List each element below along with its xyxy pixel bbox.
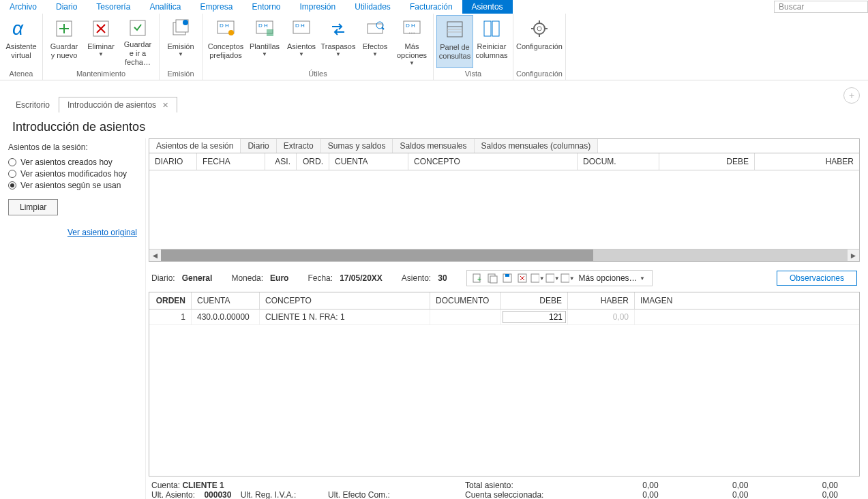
scroll-left-icon[interactable]: ◄ (149, 251, 161, 260)
guardar-fecha-button[interactable]: Guardar e ir a fecha… (119, 15, 156, 68)
col-diario[interactable]: DIARIO (149, 153, 197, 170)
footer-cuenta-lbl: Cuenta: (151, 481, 180, 490)
tb-dd1-icon[interactable]: ▼ (530, 271, 545, 285)
view-tab-sesion[interactable]: Asientos de la sesión (149, 139, 241, 153)
menu-empresa[interactable]: Empresa (190, 0, 242, 14)
asientos-button[interactable]: D H Asientos ▼ (283, 15, 320, 68)
menu-diario[interactable]: Diario (46, 0, 87, 14)
cell-haber[interactable]: 0,00 (568, 309, 635, 324)
col-asi[interactable]: ASI. (265, 153, 297, 170)
menu-utilidades[interactable]: Utilidades (345, 0, 400, 14)
cell-concepto[interactable]: CLIENTE 1 N. FRA: 1 (260, 309, 430, 324)
col-documento[interactable]: DOCUMENTO (430, 292, 501, 309)
conceptos-button[interactable]: D H Conceptos prefijados (205, 15, 246, 68)
scroll-track[interactable] (161, 250, 848, 261)
col-docum[interactable]: DOCUM. (578, 153, 659, 170)
view-tab-saldos[interactable]: Saldos mensuales (393, 139, 474, 153)
col-haber2[interactable]: HABER (568, 292, 635, 309)
tb-mas-opciones[interactable]: Más opciones… ▼ (575, 271, 649, 285)
group-label-vista: Vista (436, 69, 510, 78)
col-imagen[interactable]: IMAGEN (635, 292, 859, 309)
scroll-right-icon[interactable]: ► (848, 251, 859, 260)
plantillas-button[interactable]: D H Plantillas ▼ (246, 15, 283, 68)
val-fecha: 17/05/20XX (340, 273, 383, 283)
configuracion-button[interactable]: Configuración (519, 15, 560, 68)
view-tab-diario[interactable]: Diario (241, 139, 276, 153)
tb-save-icon[interactable] (500, 271, 515, 285)
col-cuenta2[interactable]: CUENTA (192, 292, 260, 309)
chevron-down-icon: ▼ (299, 51, 304, 57)
ver-asiento-original-link[interactable]: Ver asiento original (8, 228, 137, 237)
asistente-virtual-button[interactable]: α Asistente virtual (3, 15, 40, 68)
svg-rect-42 (505, 274, 509, 277)
radio-creados-hoy[interactable]: Ver asientos creados hoy (8, 157, 137, 167)
view-tab-extracto[interactable]: Extracto (277, 139, 321, 153)
mas-opciones-button[interactable]: D H… Más opciones ▼ (393, 15, 430, 68)
search-input[interactable]: Buscar (774, 1, 868, 13)
view-tab-sumas[interactable]: Sumas y saldos (321, 139, 393, 153)
tb-delete-icon[interactable] (515, 271, 530, 285)
view-tab-saldos-col[interactable]: Saldos mensuales (columnas) (475, 139, 599, 153)
limpiar-button[interactable]: Limpiar (8, 199, 58, 215)
panel-consultas-button[interactable]: Panel de consultas (436, 15, 473, 68)
tb-copy-icon[interactable] (485, 271, 500, 285)
efectos-button[interactable]: Efectos ▼ (357, 15, 393, 68)
cell-imagen[interactable] (635, 309, 859, 324)
chevron-down-icon: ▼ (372, 51, 378, 57)
debe-input[interactable] (503, 311, 566, 323)
footer-ultasiento-lbl: Ult. Asiento: (151, 490, 195, 499)
add-tab-button[interactable]: + (843, 87, 860, 104)
val-diario: General (182, 273, 213, 283)
radio-modificados-hoy[interactable]: Ver asientos modificados hoy (8, 169, 137, 179)
guardar-nuevo-button[interactable]: Guardar y nuevo (46, 15, 83, 68)
scroll-thumb[interactable] (161, 250, 593, 261)
radio-label: Ver asientos modificados hoy (20, 169, 127, 179)
menu-impresion[interactable]: Impresión (290, 0, 345, 14)
asistente-label: Asistente virtual (5, 42, 37, 60)
menu-entorno[interactable]: Entorno (242, 0, 290, 14)
svg-text:+: + (477, 275, 481, 283)
reiniciar-columnas-button[interactable]: Reiniciar columnas (473, 15, 510, 68)
col-debe[interactable]: DEBE (659, 153, 755, 170)
menu-facturacion[interactable]: Facturación (400, 0, 462, 14)
eliminar-button[interactable]: Eliminar ▼ (83, 15, 119, 68)
ws-tab-intro-asientos[interactable]: Introducción de asientos ✕ (59, 97, 177, 112)
menu-bar: Archivo Diario Tesorería Analítica Empre… (0, 0, 868, 14)
lower-grid-body[interactable]: 1 430.0.0.00000 CLIENTE 1 N. FRA: 1 0,00 (149, 309, 859, 476)
table-row[interactable]: 1 430.0.0.00000 CLIENTE 1 N. FRA: 1 0,00 (149, 309, 859, 325)
radio-segun-usan[interactable]: Ver asientos según se usan (8, 181, 137, 190)
chevron-down-icon: ▼ (640, 275, 645, 282)
radio-icon (8, 170, 16, 178)
tb-dd3-icon[interactable]: ▼ (560, 271, 575, 285)
col-concepto2[interactable]: CONCEPTO (260, 292, 430, 309)
footer: Cuenta: CLIENTE 1 Ult. Asiento: 000030 U… (149, 477, 860, 499)
col-cuenta[interactable]: CUENTA (329, 153, 408, 170)
menu-asientos[interactable]: Asientos (462, 0, 513, 14)
ws-tab-escritorio[interactable]: Escritorio (7, 97, 59, 112)
tb-dd2-icon[interactable]: ▼ (545, 271, 560, 285)
lbl-moneda: Moneda: (231, 273, 263, 283)
cell-documento[interactable] (430, 309, 501, 324)
upper-grid-body[interactable] (149, 170, 859, 250)
traspasos-button[interactable]: Traspasos ▼ (320, 15, 357, 68)
menu-archivo[interactable]: Archivo (0, 0, 46, 14)
emision-label: Emisión (167, 42, 194, 51)
close-icon[interactable]: ✕ (162, 101, 168, 109)
col-ord[interactable]: ORD. (297, 153, 329, 170)
col-concepto[interactable]: CONCEPTO (408, 153, 578, 170)
menu-analitica[interactable]: Analítica (140, 0, 190, 14)
cell-debe[interactable] (501, 309, 568, 324)
svg-line-21 (382, 27, 384, 29)
col-orden[interactable]: ORDEN (149, 292, 192, 309)
menu-tesoreria[interactable]: Tesorería (87, 0, 140, 14)
page-title: Introducción de asientos (0, 115, 868, 138)
col-fecha[interactable]: FECHA (197, 153, 265, 170)
col-debe2[interactable]: DEBE (501, 292, 568, 309)
tb-new-icon[interactable]: + (470, 271, 485, 285)
emision-button[interactable]: Emisión ▼ (162, 15, 199, 68)
cell-cuenta[interactable]: 430.0.0.00000 (192, 309, 260, 324)
val-moneda: Euro (270, 273, 288, 283)
h-scrollbar[interactable]: ◄ ► (149, 250, 859, 261)
col-haber[interactable]: HABER (755, 153, 859, 170)
observaciones-button[interactable]: Observaciones (777, 271, 857, 286)
